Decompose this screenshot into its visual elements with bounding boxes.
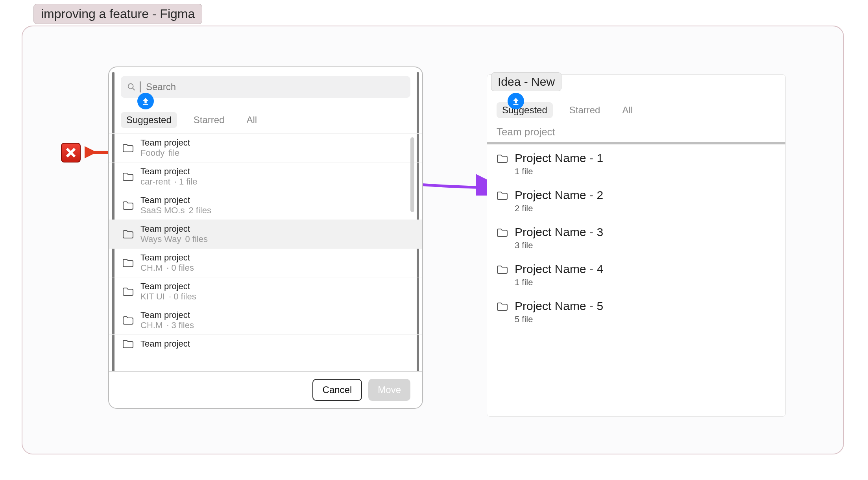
svg-rect-3	[143, 104, 148, 105]
move-button[interactable]: Move	[368, 379, 410, 401]
folder-icon	[122, 316, 133, 325]
item-team-label: Team project	[140, 224, 208, 234]
item-team-label: Team project	[140, 281, 196, 292]
search-icon	[127, 83, 136, 91]
folder-icon	[497, 228, 508, 237]
move-dialog-current: Search Suggested Starred All Team projec…	[108, 66, 423, 409]
folder-icon	[122, 143, 133, 153]
folder-icon	[122, 339, 133, 349]
item-team-label: Team project	[140, 253, 194, 263]
folder-icon	[122, 287, 133, 296]
item-team-label: Team project	[140, 138, 190, 148]
folder-icon	[497, 265, 508, 274]
item-meta: 1 file	[515, 277, 603, 288]
upload-badge-icon	[137, 93, 154, 109]
item-name: Project Name - 1	[515, 151, 603, 165]
list-item[interactable]: Team projectSaaS MO.s2 files	[109, 191, 422, 220]
list-item[interactable]: Team projectKIT UI· 0 files	[109, 277, 422, 306]
section-team-project: Team project	[487, 126, 785, 144]
project-list[interactable]: Project Name - 11 fileProject Name - 22 …	[487, 144, 785, 325]
item-meta: 1 file	[515, 166, 603, 177]
filter-tabs: Suggested Starred All	[121, 112, 410, 128]
item-team-label: Team project	[140, 195, 211, 205]
item-subtitle: SaaS MO.s2 files	[140, 205, 211, 216]
comparison-frame: Search Suggested Starred All Team projec…	[22, 26, 844, 454]
search-input[interactable]: Search	[121, 76, 410, 98]
folder-icon	[122, 201, 133, 210]
item-team-label: Team project	[140, 166, 198, 177]
item-subtitle: KIT UI· 0 files	[140, 292, 196, 302]
tab-all[interactable]: All	[617, 102, 638, 118]
move-dialog-proposal: Idea - New Suggested Starred All Team pr…	[487, 74, 786, 417]
list-item[interactable]: Team projectWays Way0 files	[109, 220, 422, 248]
list-item[interactable]: Team project	[109, 334, 422, 353]
item-subtitle: CH.M· 3 files	[140, 320, 194, 330]
folder-icon	[497, 302, 508, 311]
reject-mark-icon	[61, 143, 81, 162]
tab-suggested[interactable]: Suggested	[497, 102, 553, 118]
item-subtitle: Foodyfile	[140, 148, 190, 158]
folder-icon	[497, 154, 508, 163]
idea-badge: Idea - New	[491, 72, 561, 91]
list-item[interactable]: Team projectFoodyfile	[109, 133, 422, 162]
item-subtitle: Ways Way0 files	[140, 234, 208, 244]
cancel-button[interactable]: Cancel	[312, 379, 362, 401]
item-team-label: Team project	[140, 310, 194, 320]
tab-starred[interactable]: Starred	[564, 102, 606, 118]
folder-icon	[497, 191, 508, 200]
item-meta: 3 file	[515, 240, 603, 251]
tab-all[interactable]: All	[241, 112, 262, 128]
text-caret	[140, 81, 140, 92]
folder-icon	[122, 172, 133, 181]
folder-icon	[122, 258, 133, 268]
svg-line-2	[133, 88, 135, 90]
item-meta: 5 file	[515, 314, 603, 325]
item-meta: 2 file	[515, 203, 603, 214]
svg-rect-4	[513, 104, 519, 105]
filter-tabs: Suggested Starred All	[497, 102, 776, 118]
tab-starred[interactable]: Starred	[188, 112, 230, 128]
item-name: Project Name - 4	[515, 262, 603, 276]
list-item[interactable]: Project Name - 33 file	[497, 225, 776, 251]
project-list[interactable]: Team projectFoodyfileTeam projectcar-ren…	[109, 133, 422, 354]
item-name: Project Name - 3	[515, 225, 603, 239]
item-name: Project Name - 5	[515, 299, 603, 313]
list-item[interactable]: Project Name - 22 file	[497, 188, 776, 214]
tab-suggested[interactable]: Suggested	[121, 112, 177, 128]
list-item[interactable]: Project Name - 41 file	[497, 262, 776, 288]
list-item[interactable]: Team projectCH.M· 0 files	[109, 248, 422, 277]
item-subtitle: CH.M· 0 files	[140, 263, 194, 273]
list-item[interactable]: Project Name - 55 file	[497, 299, 776, 325]
page-title: improving a feature - Figma	[33, 4, 202, 24]
list-item[interactable]: Team projectCH.M· 3 files	[109, 306, 422, 334]
folder-icon	[122, 229, 133, 239]
svg-point-1	[128, 84, 133, 89]
list-item[interactable]: Team projectcar-rent· 1 file	[109, 162, 422, 191]
dialog-footer: Cancel Move	[109, 371, 422, 408]
list-item[interactable]: Project Name - 11 file	[497, 151, 776, 177]
search-placeholder: Search	[146, 81, 176, 92]
item-team-label: Team project	[140, 339, 190, 349]
item-name: Project Name - 2	[515, 188, 603, 202]
item-subtitle: car-rent· 1 file	[140, 177, 198, 187]
upload-badge-icon	[508, 93, 524, 109]
scrollbar-thumb[interactable]	[410, 137, 414, 212]
